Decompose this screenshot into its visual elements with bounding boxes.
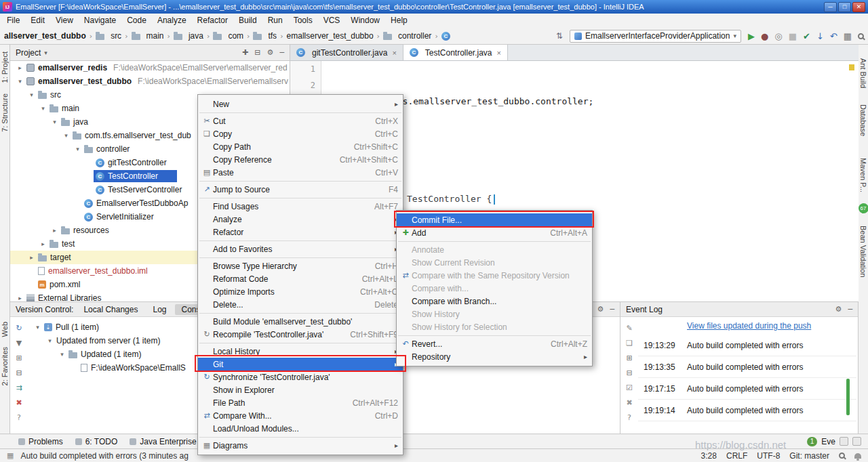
git-branch[interactable]: Git: master — [789, 451, 829, 461]
flatten-icon[interactable]: ⇉ — [16, 383, 22, 392]
bottom-tab-problems[interactable]: Problems — [12, 437, 69, 446]
caret-position[interactable]: 3:28 — [701, 451, 717, 461]
tree-expand-icon[interactable]: ▸ — [16, 64, 24, 71]
menu-item-paste[interactable]: ▤PasteCtrl+V — [198, 166, 403, 179]
menu-item-build-module-emallserver-test-dubbo[interactable]: Build Module 'emallserver_test_dubbo' — [198, 315, 403, 328]
menu-item-load-unload-modules[interactable]: Load/Unload Modules... — [198, 422, 403, 435]
editor-tab-testcontroller-java[interactable]: CTestController.java× — [403, 45, 508, 60]
pin-icon[interactable] — [840, 437, 848, 446]
line-ending[interactable]: CRLF — [726, 451, 747, 461]
collapse-all-icon[interactable]: ⊟ — [254, 48, 260, 57]
run-configuration-select[interactable]: EmallserverInterfaceProviderApplication … — [570, 30, 741, 43]
layout-icon[interactable] — [852, 437, 861, 446]
breadcrumb-item[interactable]: allserver_test_dubbo — [4, 31, 86, 41]
menu-item-git[interactable]: Git▸ — [198, 358, 403, 371]
edit-icon[interactable]: ✎ — [626, 324, 632, 333]
tab-close-icon[interactable]: × — [392, 49, 396, 57]
menu-item-revert[interactable]: ↶Revert...Ctrl+Alt+Z — [397, 337, 592, 350]
menu-item-show-in-explorer[interactable]: Show in Explorer — [198, 383, 403, 396]
menu-item-show-current-revision[interactable]: Show Current Revision — [397, 256, 592, 269]
search-everywhere-icon[interactable] — [858, 33, 864, 39]
menu-item-add-to-favorites[interactable]: Add to Favorites▸ — [198, 243, 403, 255]
tool-button-web[interactable]: Web — [1, 322, 9, 337]
menu-item-refactor[interactable]: Refactor▸ — [198, 226, 403, 238]
menu-item-reformat-code[interactable]: Reformat CodeCtrl+Alt+L — [198, 272, 403, 285]
hide-icon[interactable]: ─ — [279, 48, 284, 57]
notification-bell-icon[interactable] — [854, 453, 861, 459]
tree-collapse-icon[interactable]: ▾ — [62, 132, 71, 139]
close-button[interactable]: ✕ — [852, 2, 865, 12]
settings-icon[interactable]: ⚙ — [835, 305, 842, 314]
breadcrumb-item[interactable]: CTestController — [441, 31, 452, 41]
help-icon[interactable]: ? — [627, 413, 631, 422]
menu-item-commit-file[interactable]: Commit File... — [397, 213, 592, 226]
sort-icon[interactable]: ⇅ — [556, 31, 563, 41]
menu-item-analyze[interactable]: Analyze▸ — [198, 213, 403, 226]
menu-refactor[interactable]: Refactor — [192, 14, 233, 28]
menu-item-add[interactable]: ✚AddCtrl+Alt+A — [397, 226, 592, 239]
minimize-button[interactable]: ─ — [824, 2, 837, 12]
menu-item-optimize-imports[interactable]: Optimize ImportsCtrl+Alt+O — [198, 285, 403, 298]
collapse-all-icon[interactable]: ⊟ — [16, 369, 22, 377]
tree-expand-icon[interactable]: ▸ — [39, 240, 47, 247]
hide-icon[interactable]: ─ — [848, 305, 852, 314]
expand-all-icon[interactable]: ⊞ — [16, 354, 22, 362]
menu-build[interactable]: Build — [233, 14, 262, 28]
menu-item-compare-with-the-same-repository-version[interactable]: ⇄Compare with the Same Repository Versio… — [397, 269, 592, 282]
menu-help[interactable]: Help — [385, 14, 413, 28]
expand-icon[interactable]: ⊞ — [626, 354, 632, 362]
bottom-tab-6-todo[interactable]: 6: TODO — [69, 437, 124, 446]
menu-item-new[interactable]: New▸ — [198, 98, 403, 110]
help-icon[interactable]: ? — [17, 413, 21, 422]
tool-button-ant-build[interactable]: Ant Build — [859, 58, 867, 88]
menu-item-repository[interactable]: Repository▸ — [397, 350, 592, 363]
menu-item-compare-with[interactable]: Compare with... — [397, 282, 592, 295]
tool-button-2-favorites[interactable]: 2: Favorites — [1, 347, 9, 385]
tool-window-switcher-icon[interactable]: ▦ — [7, 451, 14, 460]
hide-icon[interactable]: ─ — [610, 305, 614, 314]
menu-item-file-path[interactable]: File PathCtrl+Alt+F12 — [198, 396, 403, 409]
menu-item-diagrams[interactable]: ▦Diagrams▸ — [198, 439, 403, 452]
menu-item-cut[interactable]: ✂CutCtrl+X — [198, 114, 403, 127]
tool-button-maven-p[interactable]: Maven P... — [859, 158, 867, 192]
debug-icon[interactable]: ● — [761, 31, 768, 41]
breadcrumb-item[interactable]: tfs — [253, 31, 277, 41]
refresh-icon[interactable]: ↻ — [16, 324, 22, 333]
menu-tools[interactable]: Tools — [288, 14, 318, 28]
tree-row[interactable]: ▸emallserver_redisF:\ideaWorkSpace\Emall… — [10, 61, 290, 75]
menu-item-show-history[interactable]: Show History — [397, 308, 592, 320]
tree-collapse-icon[interactable]: ▾ — [58, 351, 66, 358]
tree-expand-icon[interactable]: ▸ — [50, 227, 59, 234]
menu-navigate[interactable]: Navigate — [79, 14, 121, 28]
tree-expand-icon[interactable]: ▸ — [16, 295, 24, 301]
tree-collapse-icon[interactable]: ▾ — [50, 119, 59, 125]
filter-icon[interactable]: ▼ — [16, 339, 22, 348]
editor-tab-gittestcontroller-java[interactable]: CgitTestController.java× — [290, 45, 403, 60]
breadcrumb-item[interactable]: src — [96, 31, 121, 41]
menu-vcs[interactable]: VCS — [318, 14, 346, 28]
bottom-tab-java-enterprise[interactable]: Java Enterprise — [123, 437, 202, 446]
tree-expand-icon[interactable]: ▸ — [27, 254, 36, 261]
menu-run[interactable]: Run — [262, 14, 288, 28]
commit-check-icon[interactable]: ✔ — [803, 31, 810, 41]
menu-item-find-usages[interactable]: Find UsagesAlt+F7 — [198, 200, 403, 213]
rollback-icon[interactable]: ↶ — [830, 31, 837, 41]
menu-analyze[interactable]: Analyze — [152, 14, 192, 28]
menu-item-browse-type-hierarchy[interactable]: Browse Type HierarchyCtrl+H — [198, 259, 403, 272]
menu-item-compare-with-branch[interactable]: Compare with Branch... — [397, 295, 592, 308]
menu-item-synchronize-testcontroller-java[interactable]: ↻Synchronize 'TestController.java' — [198, 371, 403, 383]
stop-icon[interactable]: ■ — [789, 31, 797, 41]
delete-icon[interactable]: ✖ — [626, 398, 632, 407]
menu-item-show-history-for-selection[interactable]: Show History for Selection — [397, 320, 592, 333]
tool-button-database[interactable]: Database — [859, 104, 867, 136]
file-encoding[interactable]: UTF-8 — [757, 451, 780, 461]
vc-tab-local-changes[interactable]: Local Changes — [77, 304, 144, 315]
breadcrumb-item[interactable]: com — [213, 31, 243, 41]
tool-button-bean-validation[interactable]: Bean Validation — [859, 226, 867, 277]
menu-item-recompile-testcontroller-java[interactable]: ↻Recompile 'TestController.java'Ctrl+Shi… — [198, 328, 403, 341]
menu-item-compare-with[interactable]: ⇄Compare With...Ctrl+D — [198, 409, 403, 422]
settings-icon[interactable]: ⚙ — [267, 48, 274, 57]
menu-item-copy[interactable]: ❏CopyCtrl+C — [198, 127, 403, 140]
close-icon[interactable]: ✖ — [16, 398, 22, 407]
menu-edit[interactable]: Edit — [25, 14, 50, 28]
